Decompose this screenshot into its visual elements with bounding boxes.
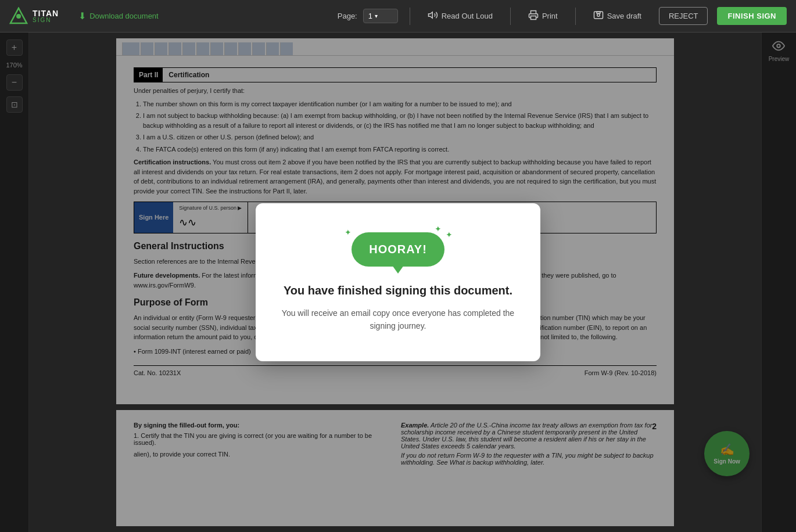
divider-3	[575, 8, 576, 25]
svg-rect-2	[530, 16, 536, 20]
chevron-down-icon: ▾	[375, 13, 378, 19]
download-label: Download document	[89, 12, 159, 20]
modal-title: You have finished signing this document.	[284, 284, 512, 297]
read-out-loud-button[interactable]: Read Out Loud	[422, 6, 499, 26]
hooray-bubble: ✦ ✦ ✦ HOORAY!	[352, 232, 444, 267]
svg-point-1	[16, 14, 21, 19]
print-icon	[528, 10, 539, 22]
finish-sign-button[interactable]: FINISH SIGN	[717, 7, 787, 25]
read-out-loud-label: Read Out Loud	[442, 12, 493, 20]
save-icon	[593, 10, 604, 22]
svg-point-4	[597, 14, 600, 17]
print-button[interactable]: Print	[522, 6, 564, 26]
sparkle-icon-3: ✦	[446, 230, 453, 239]
hooray-speech-bubble: HOORAY!	[352, 232, 444, 267]
download-icon: ⬇	[78, 10, 86, 21]
sparkle-icon-1: ✦	[345, 228, 352, 237]
page-control: Page: 1 ▾	[338, 9, 398, 23]
save-draft-button[interactable]: Save draft	[587, 6, 647, 26]
logo-area: TITAN SIGN	[9, 7, 59, 26]
main-area: + 170% − ⊡	[0, 33, 796, 532]
download-button[interactable]: ⬇ Download document	[73, 7, 164, 25]
save-draft-label: Save draft	[607, 12, 641, 20]
page-select[interactable]: 1 ▾	[363, 9, 398, 23]
svg-rect-3	[594, 12, 603, 19]
modal-overlay: ✦ ✦ ✦ HOORAY! You have finished signing …	[0, 33, 796, 532]
hooray-text: HOORAY!	[369, 243, 427, 256]
titan-logo-icon	[9, 7, 28, 26]
reject-label: REJECT	[669, 12, 698, 20]
divider-1	[410, 8, 410, 25]
divider-2	[510, 8, 511, 25]
logo-titan: TITAN	[33, 9, 59, 17]
modal-box: ✦ ✦ ✦ HOORAY! You have finished signing …	[256, 203, 540, 362]
toolbar: TITAN SIGN ⬇ Download document Page: 1 ▾…	[0, 0, 796, 33]
finish-sign-label: FINISH SIGN	[727, 12, 776, 20]
logo-sign: SIGN	[33, 17, 59, 23]
page-label: Page:	[338, 12, 357, 20]
speaker-icon	[428, 10, 438, 22]
sparkle-icon-2: ✦	[435, 224, 442, 233]
print-label: Print	[542, 12, 558, 20]
reject-button[interactable]: REJECT	[659, 7, 708, 25]
modal-subtitle: You will receive an email copy once ever…	[279, 307, 517, 333]
